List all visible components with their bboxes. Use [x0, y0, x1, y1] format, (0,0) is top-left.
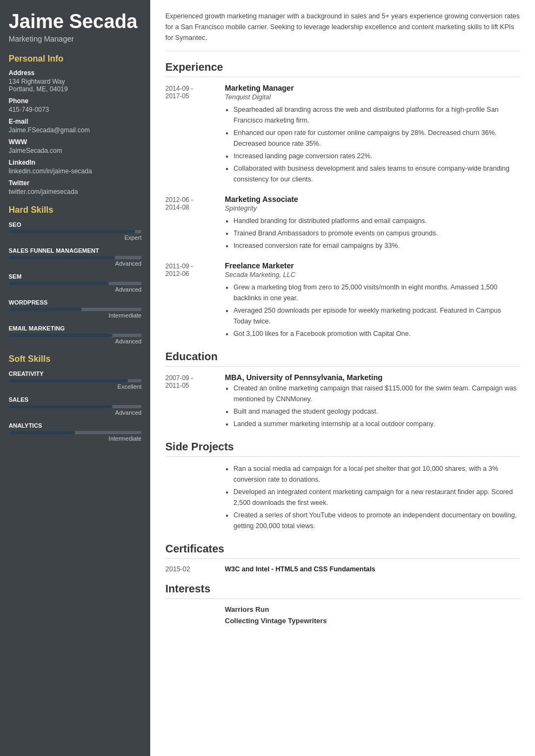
- side-project-item: Created a series of short YouTube videos…: [233, 510, 520, 531]
- certificates-heading: Certificates: [165, 543, 520, 559]
- hard-skill-item: SEO Expert: [9, 221, 142, 241]
- side-projects-list: Ran a social media ad campaign for a loc…: [225, 463, 520, 531]
- linkedin-value: linkedin.com/in/jaime-secada: [9, 167, 142, 175]
- side-projects-heading: Side Projects: [165, 441, 520, 457]
- email-value: Jaime.FSecada@gmail.com: [9, 126, 142, 134]
- personal-info-heading: Personal Info: [9, 54, 142, 64]
- twitter-value: twitter.com/jaimesecada: [9, 188, 142, 195]
- www-label: WWW: [9, 138, 142, 146]
- experience-list: 2014-09 -2017-05 Marketing Manager Tenqu…: [165, 84, 520, 341]
- experience-entry: 2012-06 -2014-08 Marketing Associate Spi…: [165, 195, 520, 253]
- hard-skills-heading: Hard Skills: [9, 205, 142, 215]
- address-value: 134 Rightward WayPortland, ME, 04019: [9, 78, 142, 93]
- side-projects-section: Side Projects Ran a social media ad camp…: [165, 441, 520, 533]
- experience-entry: 2014-09 -2017-05 Marketing Manager Tenqu…: [165, 84, 520, 186]
- certificates-list: 2015-02 W3C and Intel - HTML5 and CSS Fu…: [165, 565, 520, 573]
- soft-skill-item: ANALYTICS Intermediate: [9, 422, 142, 442]
- certificate-entry: 2015-02 W3C and Intel - HTML5 and CSS Fu…: [165, 565, 520, 573]
- twitter-label: Twitter: [9, 179, 142, 187]
- interests-list: Warriors RunCollecting Vintage Typewrite…: [165, 605, 520, 625]
- certificates-section: Certificates 2015-02 W3C and Intel - HTM…: [165, 543, 520, 573]
- www-value: JaimeSecada.com: [9, 147, 142, 154]
- education-heading: Education: [165, 350, 520, 367]
- sidebar: Jaime Secada Marketing Manager Personal …: [0, 0, 150, 756]
- soft-skill-item: SALES Advanced: [9, 396, 142, 416]
- hard-skill-item: SEM Advanced: [9, 273, 142, 293]
- soft-skills-list: CREATIVITY Excellent SALES Advanced ANAL…: [9, 370, 142, 442]
- interests-heading: Interests: [165, 583, 520, 599]
- experience-heading: Experience: [165, 61, 520, 77]
- education-section: Education 2007-09 -2011-05 MBA, Universi…: [165, 350, 520, 431]
- email-label: E-mail: [9, 118, 142, 125]
- education-list: 2007-09 -2011-05 MBA, University of Penn…: [165, 373, 520, 431]
- interest-item: Warriors Run: [165, 605, 520, 613]
- candidate-title: Marketing Manager: [9, 35, 142, 43]
- summary: Experienced growth marketing manager wit…: [165, 11, 520, 51]
- candidate-name: Jaime Secada: [9, 11, 142, 32]
- interests-section: Interests Warriors RunCollecting Vintage…: [165, 583, 520, 625]
- phone-label: Phone: [9, 97, 142, 105]
- main-content: Experienced growth marketing manager wit…: [150, 0, 535, 756]
- phone-value: 415-749-0073: [9, 106, 142, 113]
- linkedin-label: LinkedIn: [9, 159, 142, 166]
- soft-skill-item: CREATIVITY Excellent: [9, 370, 142, 390]
- side-project-item: Ran a social media ad campaign for a loc…: [233, 463, 520, 485]
- hard-skill-item: WORDPRESS Intermediate: [9, 299, 142, 319]
- side-projects-entry: Ran a social media ad campaign for a loc…: [165, 463, 520, 533]
- experience-entry: 2011-09 -2012-06 Freelance Marketer Seca…: [165, 261, 520, 341]
- interest-item: Collecting Vintage Typewriters: [165, 617, 520, 625]
- education-entry: 2007-09 -2011-05 MBA, University of Penn…: [165, 373, 520, 431]
- side-project-item: Developed an integrated content marketin…: [233, 487, 520, 508]
- address-label: Address: [9, 69, 142, 77]
- hard-skills-list: SEO Expert SALES FUNNEL MANAGEMENT Advan…: [9, 221, 142, 345]
- hard-skill-item: EMAIL MARKETING Advanced: [9, 325, 142, 345]
- hard-skill-item: SALES FUNNEL MANAGEMENT Advanced: [9, 247, 142, 267]
- experience-section: Experience 2014-09 -2017-05 Marketing Ma…: [165, 61, 520, 341]
- soft-skills-heading: Soft Skills: [9, 354, 142, 364]
